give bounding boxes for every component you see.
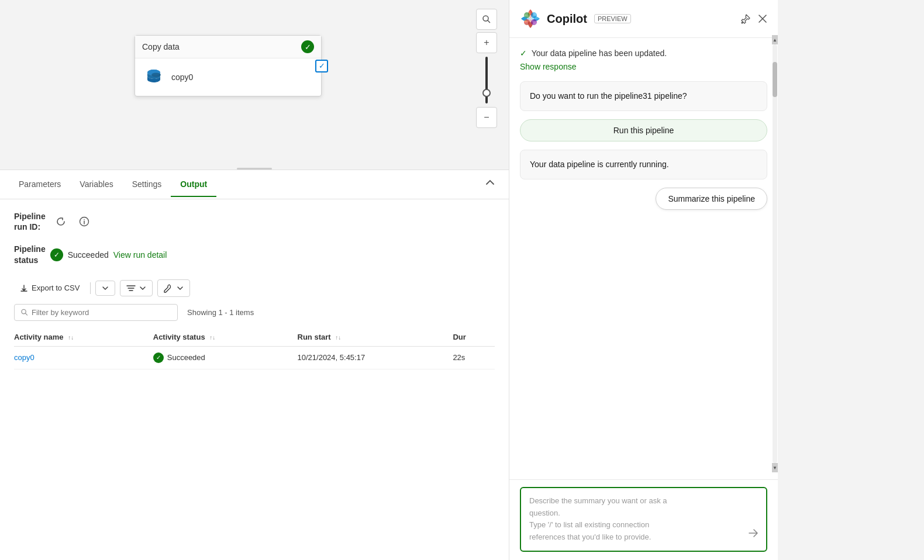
running-message: Your data pipeline is currently running. [520,150,767,179]
svg-point-18 [531,19,537,25]
tab-bar: Parameters Variables Settings Output [0,170,509,199]
right-panel: Copilot PREVIEW ✓ Your data pipeline has… [509,0,778,560]
pipeline-status-label: Pipelinestatus [14,244,46,265]
col-activity-name: Activity name ↑↓ [14,328,153,347]
copilot-title: Copilot [547,12,587,26]
column-filter-btn[interactable] [120,280,153,296]
svg-point-4 [151,73,161,77]
chat-input-box[interactable]: Describe the summary you want or ask a q… [520,487,767,552]
row-status-text: Succeeded [167,353,205,362]
zoom-search-btn[interactable] [476,9,497,30]
zoom-controls: + − [476,9,497,128]
panel-divider[interactable] [237,168,272,170]
copilot-logo [520,8,541,29]
refresh-icon[interactable] [53,213,69,230]
chat-input-placeholder: Describe the summary you want or ask a q… [529,495,667,544]
cell-run-start: 10/21/2024, 5:45:17 [298,346,453,369]
node-body: copy0 ✓ [135,58,321,96]
svg-line-1 [488,20,490,23]
zoom-minus-btn[interactable]: − [476,107,497,128]
chat-area[interactable]: ✓ Your data pipeline has been updated. S… [509,38,778,479]
scroll-down-btn[interactable]: ▼ [772,463,778,472]
svg-point-15 [524,12,530,18]
td-status: ✓ Succeeded [153,352,291,363]
filter-input-wrap[interactable] [14,304,178,321]
sort-icon-status[interactable]: ↑↓ [209,334,215,341]
svg-point-16 [531,12,537,18]
run-pipeline-suggestion-btn[interactable]: Run this pipeline [520,119,767,141]
pipeline-run-id-row: Pipelinerun ID: [14,211,495,232]
green-check-icon: ✓ [520,49,527,58]
tab-variables[interactable]: Variables [70,172,122,197]
pipeline-node[interactable]: Copy data ✓ copy0 ✓ [135,35,322,96]
showing-text: Showing 1 - 1 items [187,308,254,317]
row-status-icon: ✓ [153,352,164,363]
node-header: Copy data ✓ [135,36,321,58]
system-message-updated: ✓ Your data pipeline has been updated. S… [520,47,767,73]
sort-icon-run-start[interactable]: ↑↓ [335,334,341,341]
assistant-bubble-run: Do you want to run the pipeline31 pipeli… [520,81,767,111]
db-icon [143,67,164,88]
chat-footer: Describe the summary you want or ask a q… [509,479,778,560]
close-icon[interactable] [758,14,767,23]
tab-output[interactable]: Output [171,172,216,197]
pipeline-status-row: Pipelinestatus ✓ Succeeded View run deta… [14,244,495,265]
node-label: copy0 [171,72,193,82]
info-icon[interactable] [76,213,92,230]
tools-btn[interactable] [157,279,190,297]
node-checkbox[interactable]: ✓ [315,60,328,72]
pipeline-run-id-label: Pipelinerun ID: [14,211,46,232]
scroll-up-btn[interactable]: ▲ [772,35,778,44]
tab-collapse-btn[interactable] [481,176,499,193]
preview-badge: PREVIEW [594,14,631,23]
export-csv-btn[interactable]: Export to CSV [14,280,85,296]
node-title: Copy data [142,42,180,51]
svg-point-17 [524,19,530,25]
chat-scrollbar[interactable]: ▲ ▼ [772,35,778,472]
cell-duration: 22s [453,346,495,369]
col-run-start: Run start ↑↓ [298,328,453,347]
copilot-header: Copilot PREVIEW [509,0,778,38]
tab-parameters[interactable]: Parameters [9,172,70,197]
activity-name-link[interactable]: copy0 [14,353,35,362]
sort-icon-activity[interactable]: ↑↓ [68,334,74,341]
bottom-panel: Parameters Variables Settings Output Pip… [0,170,509,560]
toolbar-row: Export to CSV [14,279,495,297]
zoom-plus-btn[interactable]: + [476,32,497,53]
svg-point-7 [84,219,85,220]
scroll-track [773,44,777,463]
zoom-slider[interactable]: + − [476,32,497,128]
summarize-pipeline-btn[interactable]: Summarize this pipeline [656,188,767,210]
data-table: Activity name ↑↓ Activity status ↑↓ Run … [14,328,495,369]
scroll-thumb [773,62,777,97]
export-dropdown-btn[interactable] [95,281,115,296]
cell-activity-status: ✓ Succeeded [153,346,298,369]
view-run-link[interactable]: View run detail [113,250,167,260]
canvas-area: + − Copy data ✓ [0,0,509,170]
panel-content: Pipelinerun ID: Pipelines [0,199,509,560]
table-row: copy0 ✓ Succeeded 10/21/2024, 5:45:17 22… [14,346,495,369]
node-success-icon: ✓ [301,40,314,53]
send-btn[interactable] [747,527,759,544]
status-success-icon: ✓ [50,248,63,261]
cell-activity-name: copy0 [14,346,153,369]
filter-input[interactable] [32,308,171,317]
svg-line-12 [26,313,27,315]
status-text: Succeeded [68,250,109,260]
col-activity-status: Activity status ↑↓ [153,328,298,347]
left-panel: + − Copy data ✓ [0,0,509,560]
filter-row: Showing 1 - 1 items [14,304,495,321]
pin-icon[interactable] [740,13,751,24]
export-label: Export to CSV [32,284,80,292]
header-actions [740,13,767,24]
filter-search-icon [20,308,28,316]
col-duration: Dur [453,328,495,347]
show-response-link[interactable]: Show response [520,61,767,73]
tab-settings[interactable]: Settings [123,172,171,197]
toolbar-divider [90,282,91,294]
